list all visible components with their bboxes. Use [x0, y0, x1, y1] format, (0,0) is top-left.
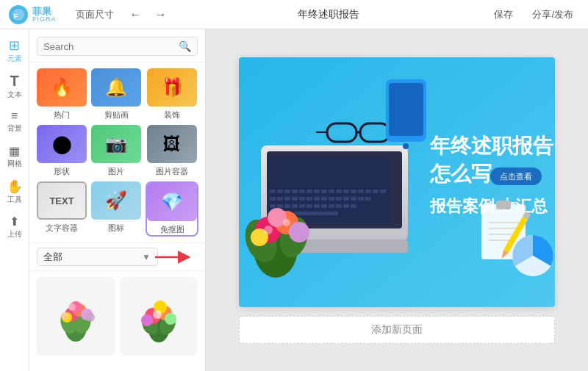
svg-rect-45: [270, 197, 276, 201]
svg-rect-68: [336, 204, 342, 208]
search-input[interactable]: [43, 41, 174, 52]
canvas-page[interactable]: 年终述职报告 怎么写 点击查看 报告案例 大汇总: [239, 57, 555, 307]
category-item-2[interactable]: 🎁装饰: [146, 68, 198, 120]
background-icon: ≡: [11, 110, 18, 122]
svg-rect-64: [306, 204, 312, 208]
svg-rect-52: [321, 197, 327, 201]
sticker-item[interactable]: [120, 277, 198, 356]
svg-rect-55: [343, 197, 349, 201]
svg-rect-42: [365, 190, 371, 193]
add-page-button[interactable]: 添加新页面: [239, 316, 555, 344]
svg-point-88: [264, 226, 273, 234]
category-label-1: 剪贴画: [104, 109, 129, 120]
svg-rect-44: [380, 190, 386, 193]
category-thumb-8: 💎: [147, 183, 197, 221]
category-thumb-6: TEXT: [37, 181, 87, 220]
svg-rect-61: [284, 204, 290, 208]
sticker-item[interactable]: [37, 277, 115, 356]
svg-rect-69: [343, 204, 349, 208]
svg-text:年终述职报告: 年终述职报告: [429, 134, 554, 157]
sidebar-item-upload[interactable]: ⬆ 上传: [1, 212, 28, 244]
category-thumb-4: 📷: [91, 125, 141, 163]
svg-rect-59: [270, 204, 276, 208]
logo-area: F 菲果 FIGRA: [9, 5, 57, 24]
search-wrap: 🔍: [37, 37, 198, 56]
svg-rect-56: [351, 197, 356, 201]
svg-rect-78: [389, 83, 423, 136]
category-item-0[interactable]: 🔥热门: [37, 68, 87, 120]
svg-rect-51: [314, 197, 320, 201]
svg-rect-33: [299, 190, 305, 193]
share-button[interactable]: 分享/发布: [526, 7, 579, 23]
svg-text:点击查看: 点击查看: [500, 172, 532, 181]
tools-label: 工具: [7, 195, 22, 205]
svg-point-14: [86, 313, 95, 322]
page-size-button[interactable]: 页面尺寸: [70, 7, 120, 23]
sidebar-item-text[interactable]: T 文本: [1, 71, 28, 103]
category-item-8[interactable]: 💎免抠图: [146, 181, 198, 237]
category-label-2: 装饰: [164, 109, 180, 120]
category-thumb-0: 🔥: [37, 68, 87, 107]
upload-icon: ⬆: [10, 216, 19, 228]
svg-rect-38: [336, 190, 342, 193]
category-label-6: 文字容器: [46, 223, 78, 234]
redo-button[interactable]: →: [152, 7, 170, 23]
category-label-4: 图片: [108, 166, 124, 177]
svg-rect-37: [329, 190, 334, 193]
category-label-5: 图片容器: [156, 166, 188, 177]
svg-rect-35: [314, 190, 320, 193]
svg-point-85: [289, 222, 309, 242]
svg-rect-58: [365, 197, 371, 201]
svg-point-89: [283, 219, 290, 226]
category-grid: 🔥热门🔔剪贴画🎁装饰⬤形状📷图片🖼图片容器TEXT文字容器🚀图标💎免抠图: [29, 62, 205, 242]
filter-select[interactable]: 全部 植物 花卉 动物: [37, 248, 158, 266]
category-thumb-5: 🖼: [147, 125, 197, 163]
save-button[interactable]: 保存: [488, 7, 519, 23]
category-thumb-1: 🔔: [91, 68, 141, 107]
grid-label: 网格: [7, 159, 22, 169]
sidebar-item-tools[interactable]: ✋ 工具: [1, 176, 28, 209]
svg-rect-49: [299, 197, 305, 201]
category-thumb-3: ⬤: [37, 125, 87, 163]
document-title: 年终述职报告: [177, 8, 481, 21]
elements-label: 元素: [7, 54, 22, 64]
logo-icon: F: [9, 5, 28, 24]
canvas-area: 年终述职报告 怎么写 点击查看 报告案例 大汇总: [206, 29, 588, 371]
svg-point-12: [68, 303, 76, 311]
category-item-3[interactable]: ⬤形状: [37, 125, 87, 177]
category-item-6[interactable]: TEXT文字容器: [37, 181, 87, 237]
upload-label: 上传: [7, 229, 22, 239]
svg-rect-48: [292, 197, 298, 201]
sidebar-item-grid[interactable]: ▦ 网格: [1, 141, 28, 173]
category-item-5[interactable]: 🖼图片容器: [146, 125, 198, 177]
svg-point-23: [153, 310, 162, 319]
svg-rect-63: [299, 204, 305, 208]
tools-icon: ✋: [7, 180, 23, 193]
topbar: F 菲果 FIGRA 页面尺寸 ← → 年终述职报告 保存 分享/发布: [0, 0, 588, 29]
text-icon: T: [10, 73, 18, 88]
svg-point-13: [61, 312, 68, 320]
elements-icon: ⊞: [9, 39, 20, 52]
category-item-4[interactable]: 📷图片: [91, 125, 141, 177]
category-item-7[interactable]: 🚀图标: [91, 181, 141, 237]
search-bar: 🔍: [29, 29, 205, 62]
svg-rect-57: [358, 197, 364, 201]
search-button[interactable]: 🔍: [179, 40, 191, 52]
icon-sidebar: ⊞ 元素 T 文本 ≡ 背景 ▦ 网格 ✋ 工具 ⬆ 上传: [0, 29, 29, 371]
sidebar-item-background[interactable]: ≡ 背景: [1, 106, 28, 138]
sidebar-item-elements[interactable]: ⊞ 元素: [1, 35, 28, 68]
svg-rect-43: [373, 190, 379, 193]
svg-point-21: [141, 314, 153, 326]
category-item-1[interactable]: 🔔剪贴画: [91, 68, 141, 120]
svg-rect-31: [284, 190, 290, 193]
svg-rect-46: [277, 197, 283, 201]
sticker-grid: [29, 271, 205, 371]
svg-rect-50: [306, 197, 312, 201]
undo-button[interactable]: ←: [127, 7, 145, 23]
category-label-7: 图标: [108, 223, 124, 234]
red-arrow-indicator: [154, 250, 198, 264]
svg-rect-67: [329, 204, 334, 208]
svg-rect-60: [277, 204, 283, 208]
svg-rect-39: [343, 190, 349, 193]
logo-sub: FIGRA: [32, 16, 57, 23]
